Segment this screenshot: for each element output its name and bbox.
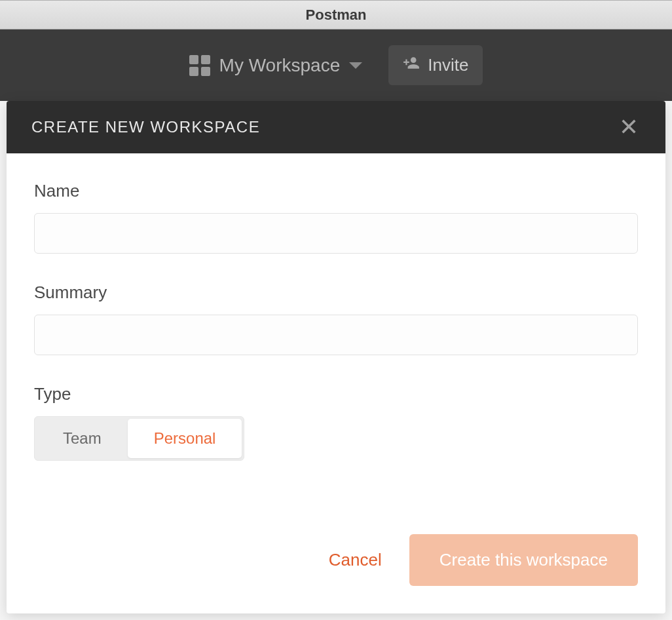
workspace-label: My Workspace [219,55,341,76]
grid-icon [189,55,210,76]
summary-input[interactable] [34,315,638,355]
close-button[interactable] [617,115,641,140]
invite-person-icon [403,54,420,76]
modal-body: Name Summary Type Team Personal [7,153,665,534]
main-toolbar: My Workspace Invite [0,29,672,101]
create-workspace-modal: CREATE NEW WORKSPACE Name Summary Type T… [7,101,665,613]
name-label: Name [34,181,638,201]
type-option-team[interactable]: Team [37,419,128,458]
chevron-down-icon [349,62,362,69]
window-titlebar: Postman [0,0,672,29]
cancel-button[interactable]: Cancel [329,550,382,570]
modal-header: CREATE NEW WORKSPACE [7,101,665,153]
type-toggle: Team Personal [34,416,244,461]
invite-button[interactable]: Invite [388,45,483,85]
create-workspace-button[interactable]: Create this workspace [409,534,638,586]
workspace-selector[interactable]: My Workspace [189,55,363,76]
close-icon [620,117,638,136]
name-input[interactable] [34,213,638,254]
modal-footer: Cancel Create this workspace [7,534,665,613]
summary-label: Summary [34,282,638,303]
modal-title: CREATE NEW WORKSPACE [31,118,260,136]
invite-label: Invite [428,55,468,75]
type-option-personal[interactable]: Personal [128,419,242,458]
type-label: Type [34,384,638,404]
window-title: Postman [306,7,367,24]
